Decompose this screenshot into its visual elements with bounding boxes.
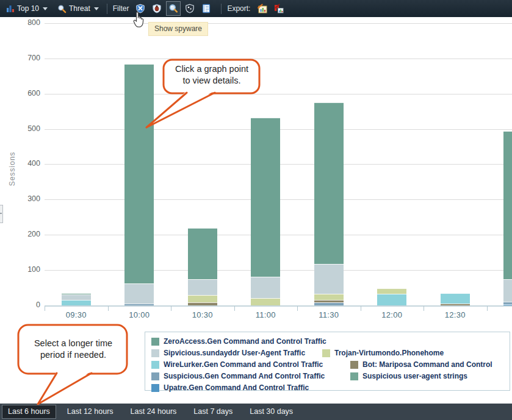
time-range-tab-last-7-days[interactable]: Last 7 days (187, 405, 239, 419)
left-scrollbar-fragment[interactable] (0, 205, 3, 223)
toolbar-separator (221, 4, 222, 14)
show-spyware-button[interactable] (166, 1, 181, 16)
graph-point-callout-text: Click a graph point to view details. (166, 63, 258, 87)
bar-segment[interactable] (314, 102, 344, 264)
bar-segment[interactable] (377, 288, 406, 294)
top10-dropdown[interactable]: Top 10 (4, 3, 50, 14)
legend-label: Suspicious.Gen Command And Control Traff… (164, 372, 325, 380)
legend-label: Suspicious user-agent strings (362, 372, 467, 380)
bar-segment[interactable] (188, 228, 217, 279)
x-axis-tick-label: 11:00 (241, 310, 290, 319)
bar-segment[interactable] (188, 295, 217, 303)
bar-segment[interactable] (314, 264, 344, 294)
x-axis-tick (171, 306, 171, 311)
bar-segment[interactable] (62, 300, 91, 305)
export-label: Export: (227, 4, 250, 13)
bar-segment[interactable] (314, 294, 344, 300)
x-axis-tick (234, 306, 235, 311)
y-axis-tick-label: 500 (15, 124, 40, 133)
sessions-stacked-bar-chart: Sessions 010020030040050060070080009:301… (0, 0, 512, 329)
legend-label: Bot: Mariposa Command and Control (362, 360, 492, 369)
legend-item: Upatre.Gen Command And Control Traffic (151, 383, 309, 392)
bar-segment[interactable] (314, 300, 344, 302)
details-page-icon (201, 4, 211, 13)
bar-segment[interactable] (441, 293, 470, 304)
x-axis-tick-label: 12:00 (367, 310, 416, 319)
y-axis-tick-label: 600 (15, 89, 40, 98)
show-virus-button[interactable] (150, 1, 164, 16)
bar-segment[interactable] (62, 294, 91, 300)
x-axis-tick (108, 306, 109, 311)
scrollbar-dash (0, 213, 2, 214)
legend-label: ZeroAccess.Gen Command and Control Traff… (164, 337, 326, 346)
gridline (45, 23, 512, 24)
chevron-down-icon (43, 7, 48, 10)
threat-label: Threat (69, 4, 90, 13)
bar-segment[interactable] (251, 118, 280, 277)
chart-legend: ZeroAccess.Gen Command and Control Traff… (145, 332, 510, 391)
legend-swatch (151, 372, 159, 380)
export-csv-icon (257, 4, 267, 13)
columns-chart-icon (6, 4, 15, 13)
show-vulnerability-button[interactable] (182, 1, 197, 16)
bar-segment[interactable] (251, 277, 280, 298)
bar-segment[interactable] (377, 294, 406, 305)
show-spyware-tooltip: Show spyware (148, 22, 208, 36)
bar-segment[interactable] (503, 131, 512, 279)
x-axis-tick-label: 10:30 (178, 310, 227, 319)
x-axis-tick (45, 306, 45, 311)
threat-magnifier-icon (57, 4, 67, 13)
legend-item: Sipvicious.sundayddr User-Agent Traffic (151, 349, 305, 357)
y-axis-tick-label: 400 (15, 159, 40, 168)
bar-segment[interactable] (503, 279, 512, 301)
y-axis-tick-label: 200 (15, 230, 40, 238)
bar-segment[interactable] (124, 283, 154, 304)
bar-segment[interactable] (314, 302, 344, 305)
legend-swatch (322, 349, 330, 357)
legend-item: Bot: Mariposa Command and Control (350, 360, 492, 369)
bar-segment[interactable] (503, 304, 512, 305)
y-axis-tick-label: 100 (15, 265, 40, 274)
y-axis-tick-label: 800 (15, 18, 40, 27)
spyware-magnifier-icon (168, 4, 178, 13)
x-axis-tick-label: 10:00 (115, 310, 164, 319)
y-axis-title: Sessions (8, 138, 16, 199)
legend-swatch (151, 349, 159, 357)
bar-segment[interactable] (441, 304, 470, 305)
legend-item: WireLurker.Gen Command and Control Traff… (151, 360, 323, 369)
legend-item: Trojan-Virtumondo.Phonehome (322, 349, 444, 357)
y-axis-tick-label: 700 (15, 54, 40, 62)
legend-swatch (151, 384, 159, 392)
time-range-tab-last-30-days[interactable]: Last 30 days (243, 405, 299, 419)
x-axis-tick (361, 306, 361, 311)
bar-segment[interactable] (62, 293, 91, 294)
virus-bug-shield-icon (152, 4, 162, 13)
threat-dropdown[interactable]: Threat (55, 3, 101, 15)
legend-swatch (151, 338, 159, 346)
show-details-button[interactable] (199, 1, 214, 16)
vulnerability-shield-dots-icon (185, 4, 195, 13)
x-axis-tick (424, 306, 424, 311)
export-csv-button[interactable] (254, 1, 269, 16)
legend-swatch (151, 361, 159, 369)
legend-label: Upatre.Gen Command And Control Traffic (164, 383, 309, 392)
bar-segment[interactable] (124, 304, 154, 305)
threat-activity-screen: Sessions 010020030040050060070080009:301… (0, 0, 512, 420)
bar-segment[interactable] (503, 302, 512, 304)
top10-label: Top 10 (17, 4, 39, 13)
export-pdf-button[interactable] (271, 1, 286, 16)
legend-swatch (350, 361, 358, 369)
gridline (45, 94, 512, 94)
gridline (45, 59, 512, 59)
y-axis-tick-label: 0 (15, 301, 40, 309)
chevron-down-icon (94, 7, 99, 10)
x-axis-tick-label: 09:30 (52, 310, 101, 319)
bar-segment[interactable] (188, 279, 217, 295)
bar-segment[interactable] (251, 298, 280, 305)
filter-label: Filter (113, 4, 129, 13)
cursor-hand-icon (132, 9, 146, 27)
time-period-callout-text: Select a longer time period if needed. (27, 338, 119, 361)
legend-label: Trojan-Virtumondo.Phonehome (334, 349, 444, 357)
bar-segment[interactable] (188, 302, 217, 305)
legend-item: Suspicious user-agent strings (350, 372, 467, 380)
